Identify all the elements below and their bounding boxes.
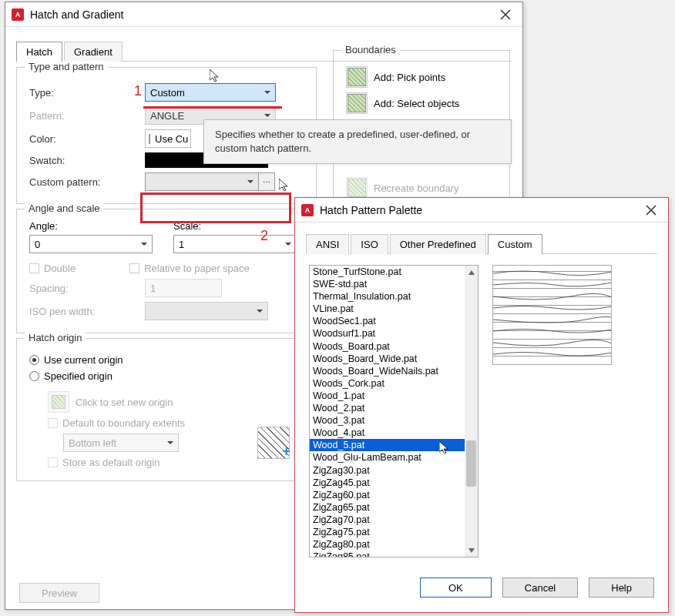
recreate-boundary-button [346, 177, 368, 199]
hatch-pattern-palette-dialog: A Hatch Pattern Palette ANSI ISO Other P… [294, 197, 669, 613]
list-item[interactable]: Woods_Cork.pat [310, 377, 478, 390]
svg-marker-0 [210, 69, 218, 82]
preview-button: Preview [19, 583, 99, 603]
palette-ok-button[interactable]: OK [420, 578, 492, 598]
titlebar: A Hatch and Gradient [5, 2, 522, 27]
scale-dropdown[interactable]: 1 [173, 235, 297, 253]
window-title: Hatch and Gradient [30, 8, 495, 21]
palette-close-button[interactable] [640, 199, 662, 221]
annotation-step1: 1 [134, 83, 142, 99]
list-item[interactable]: ZigZag60.pat [310, 489, 478, 501]
scroll-down-icon[interactable] [465, 544, 478, 557]
cursor-icon [210, 69, 220, 83]
color-label: Color: [29, 133, 145, 145]
type-dropdown[interactable]: Custom [145, 83, 276, 102]
spacing-label: Spacing: [29, 283, 145, 294]
annotation-step2: 2 [260, 228, 268, 244]
type-tooltip: Specifies whether to create a predefined… [203, 119, 512, 164]
pattern-label: Pattern: [29, 110, 145, 122]
list-item[interactable]: ZigZag85.pat [310, 551, 478, 557]
list-item[interactable]: ZigZag80.pat [310, 538, 478, 551]
list-item[interactable]: SWE-std.pat [310, 278, 478, 290]
use-color-checkbox[interactable] [149, 134, 150, 144]
tab-custom[interactable]: Custom [488, 234, 542, 254]
origin-sample-icon: + [257, 427, 290, 459]
list-item[interactable]: WoodSec1.pat [310, 315, 478, 327]
tab-other-predefined[interactable]: Other Predefined [390, 234, 486, 254]
cursor-icon [279, 179, 290, 192]
list-item[interactable]: Woods_Board.pat [310, 340, 478, 353]
list-item[interactable]: ZigZag75.pat [310, 526, 478, 538]
custom-pattern-dropdown[interactable] [145, 172, 259, 191]
iso-pen-dropdown [145, 302, 268, 320]
hatch-origin-group: Hatch origin Use current origin Specifie… [16, 338, 317, 481]
list-item[interactable]: Woods_Board_WideNails.pat [310, 365, 478, 377]
palette-tabs: ANSI ISO Other Predefined Custom [306, 234, 660, 254]
tab-ansi[interactable]: ANSI [306, 234, 349, 254]
palette-cancel-button[interactable]: Cancel [502, 578, 578, 598]
custom-pattern-label: Custom pattern: [29, 176, 145, 188]
list-item[interactable]: Thermal_Insulation.pat [310, 290, 478, 303]
custom-pattern-browse-button[interactable]: ⋯ [258, 172, 275, 191]
select-objects-button[interactable] [346, 92, 368, 114]
list-item[interactable]: Stone_TurfStone.pat [310, 266, 478, 278]
use-current-radio[interactable] [29, 355, 39, 365]
set-origin-pick-icon [48, 391, 69, 413]
tab-iso[interactable]: ISO [351, 234, 388, 254]
palette-title: Hatch Pattern Palette [320, 204, 640, 216]
list-item[interactable]: Wood_5.pat [310, 439, 478, 451]
list-item[interactable]: Wood_Glu-LamBeam.pat [310, 451, 478, 464]
list-item[interactable]: VLine.pat [310, 303, 478, 315]
tab-gradient[interactable]: Gradient [64, 42, 123, 62]
scroll-up-icon[interactable] [465, 266, 478, 279]
annotation-underline [143, 106, 282, 109]
store-default-checkbox [48, 457, 58, 467]
autocad-app-icon: A [301, 204, 314, 216]
spacing-input: 1 [145, 279, 222, 297]
relative-checkbox[interactable] [129, 263, 139, 273]
annotation-box [140, 192, 291, 223]
bottom-left-dropdown: Bottom left [63, 434, 179, 452]
angle-dropdown[interactable]: 0 [29, 235, 153, 253]
iso-pen-label: ISO pen width: [29, 306, 145, 317]
listbox-scrollbar[interactable] [465, 266, 478, 557]
list-item[interactable]: Wood_3.pat [310, 414, 478, 427]
list-item[interactable]: ZigZag65.pat [310, 501, 478, 514]
wood-grain-icon [493, 266, 612, 365]
autocad-app-icon: A [12, 8, 24, 21]
palette-titlebar: A Hatch Pattern Palette [295, 198, 668, 223]
scroll-thumb[interactable] [466, 440, 476, 487]
swatch-label: Swatch: [29, 155, 145, 166]
tab-hatch[interactable]: Hatch [16, 42, 62, 62]
list-item[interactable]: Wood_4.pat [310, 427, 478, 439]
list-item[interactable]: Woods_Board_Wide.pat [310, 353, 478, 365]
svg-marker-2 [468, 270, 475, 275]
svg-marker-3 [468, 548, 475, 553]
list-item[interactable]: Wood_1.pat [310, 390, 478, 402]
list-item[interactable]: Wood_2.pat [310, 402, 478, 414]
close-button[interactable] [495, 4, 516, 25]
list-item[interactable]: ZigZag45.pat [310, 477, 478, 489]
angle-scale-group: Angle and scale Angle: 0 Scale: 1 Double… [16, 209, 317, 333]
double-checkbox[interactable] [29, 263, 39, 273]
default-bounds-checkbox [48, 418, 58, 428]
pattern-listbox[interactable]: Stone_TurfStone.patSWE-std.patThermal_In… [309, 265, 479, 557]
pattern-preview [492, 265, 612, 365]
svg-marker-1 [279, 179, 287, 191]
list-item[interactable]: Woodsurf1.pat [310, 327, 478, 340]
list-item[interactable]: ZigZag70.pat [310, 514, 478, 526]
pick-points-button[interactable] [346, 66, 368, 88]
palette-help-button[interactable]: Help [589, 578, 654, 598]
specified-radio[interactable] [29, 371, 39, 381]
type-label: Type: [29, 87, 145, 99]
list-item[interactable]: ZigZag30.pat [310, 464, 478, 477]
